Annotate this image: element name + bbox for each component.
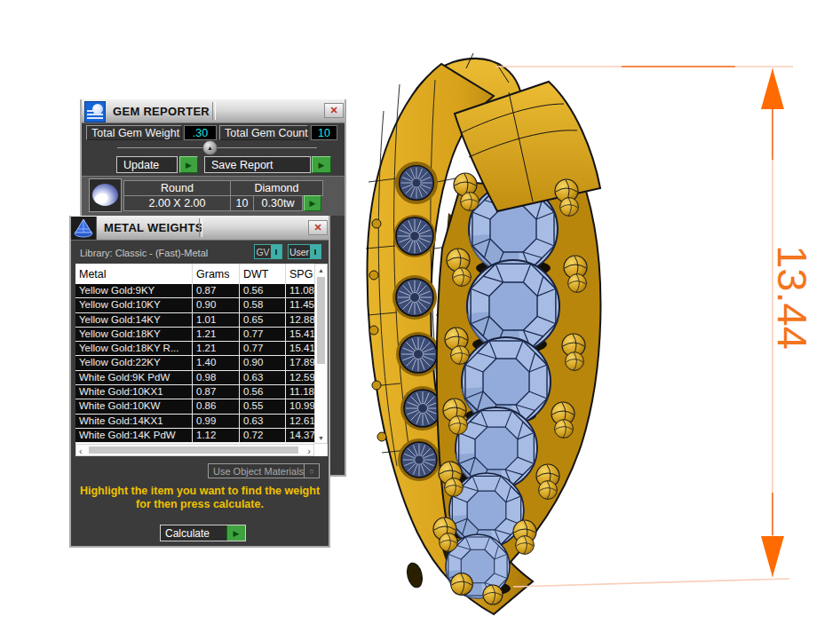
table-row[interactable]: White Gold:10KX10.870.5611.18 [75,385,314,399]
ring-render [366,53,600,614]
metal-weights-icon [71,217,97,240]
play-icon: ▶ [310,199,316,208]
metal-table-header: Metal Grams DWT SPG [75,264,314,284]
calculate-button[interactable]: Calculate ▶ [160,525,246,541]
total-gem-count-label: Total Gem Count [219,125,308,140]
metal-weights-window: METAL WEIGHTS ✕ Library: Classic - (Fast… [69,216,330,548]
scroll-up-icon[interactable]: ▲ [315,265,327,275]
header-metal[interactable]: Metal [75,264,193,284]
scroll-right-icon[interactable]: › [307,445,311,457]
header-spg[interactable]: SPG [286,264,314,284]
table-row[interactable]: Yellow Gold:14KY1.010.6512.88 [75,313,314,328]
dimension-value: 13.44 [769,245,816,350]
play-icon: ▶ [319,161,325,170]
gem-weight-cell[interactable]: 0.30tw [253,195,303,211]
metal-weights-titlebar[interactable]: METAL WEIGHTS ✕ [71,216,329,241]
scroll-down-icon[interactable]: ▼ [315,432,327,443]
update-button[interactable]: Update [116,156,178,173]
user-toggle-button[interactable]: User I [288,244,321,259]
gv-toggle-button[interactable]: GV I [254,244,282,259]
dimension-arrow-bottom [761,536,784,577]
toggle-i-icon: I [271,245,281,258]
horizontal-scroll-thumb[interactable] [89,446,298,454]
gem-thumbnail[interactable] [89,178,122,212]
radio-circle-icon: ○ [304,464,319,478]
total-gem-weight-label: Total Gem Weight [86,125,182,140]
total-gem-count-value[interactable]: 10 [311,125,337,140]
table-row[interactable]: White Gold:14KX10.990.6312.61 [75,415,314,429]
dropdown-label: Use Object Materials [209,464,304,478]
gem-size-cell[interactable]: 2.00 X 2.00 [123,195,231,211]
hint-text-line2: for then press calculate. [71,498,329,511]
update-run-button[interactable]: ▶ [179,156,198,173]
calculate-label: Calculate [161,525,226,541]
horizontal-scrollbar[interactable]: ‹ › [75,444,314,456]
gem-reporter-title: GEM REPORTER [113,105,210,118]
toggle-i-icon: I [310,245,321,258]
dimension-arrow-top [761,68,784,109]
gv-toggle-label: GV [255,245,271,258]
gem-material-cell[interactable]: Diamond [230,180,323,196]
gem-reporter-titlebar[interactable]: GEM REPORTER ✕ [82,99,345,123]
vertical-scrollbar[interactable]: ▲ ▼ [314,264,328,444]
save-report-run-button[interactable]: ▶ [312,156,331,173]
header-dwt[interactable]: DWT [240,264,286,284]
close-icon: ✕ [313,223,321,233]
play-icon: ▶ [226,525,245,541]
metal-weights-title: METAL WEIGHTS [104,221,203,234]
metal-table: Metal Grams DWT SPG Yellow Gold:9KY0.870… [75,264,328,456]
gem-shape-cell[interactable]: Round [123,180,231,196]
library-label: Library: Classic - (Fast)-Metal [80,248,208,258]
play-icon: ▶ [186,161,192,170]
vertical-scroll-thumb[interactable] [317,277,325,364]
header-grams[interactable]: Grams [193,264,240,284]
titlebar-divider [199,218,202,237]
titlebar-divider [212,102,216,120]
gem-count-cell[interactable]: 10 [230,195,254,211]
use-object-materials-dropdown[interactable]: Use Object Materials ○ [208,463,320,478]
metal-table-body: Yellow Gold:9KY0.870.5611.08 Yellow Gold… [75,284,314,443]
scroll-left-icon[interactable]: ‹ [79,445,83,457]
viewport-3d[interactable]: 13.44 [351,49,840,624]
gem-reporter-icon [84,101,106,122]
total-gem-weight-value[interactable]: .30 [184,125,217,140]
table-row[interactable]: White Gold:9K PdW0.980.6312.59 [75,371,314,385]
table-row[interactable]: Yellow Gold:10KY0.900.5811.45 [75,298,314,312]
gem-reporter-close-button[interactable]: ✕ [324,103,344,118]
close-icon: ✕ [329,106,337,115]
table-row[interactable]: Yellow Gold:18KY1.210.7715.41 [75,328,314,342]
user-toggle-label: User [289,245,310,258]
collapse-knob[interactable]: ▲ [202,140,218,155]
hint-text-line1: Highlight the item you want to find the … [71,485,329,498]
save-report-button[interactable]: Save Report [204,156,311,173]
metal-weights-close-button[interactable]: ✕ [308,220,328,235]
table-row[interactable]: Yellow Gold:18KY R...1.210.7715.41 [75,342,314,356]
app-canvas: 13.44 GEM REPORTER ✕ Total Gem Weight .3… [0,0,840,624]
table-row[interactable]: Yellow Gold:22KY1.400.9017.89 [75,356,314,370]
table-row[interactable]: White Gold:10KW0.860.5510.99 [75,399,314,414]
gem-row-run-button[interactable]: ▶ [304,195,321,211]
table-row[interactable]: Yellow Gold:9KY0.870.5611.08 [75,284,314,298]
chevron-up-icon: ▲ [207,145,213,151]
table-row[interactable]: White Gold:14K PdW1.120.7214.37 [75,429,314,443]
